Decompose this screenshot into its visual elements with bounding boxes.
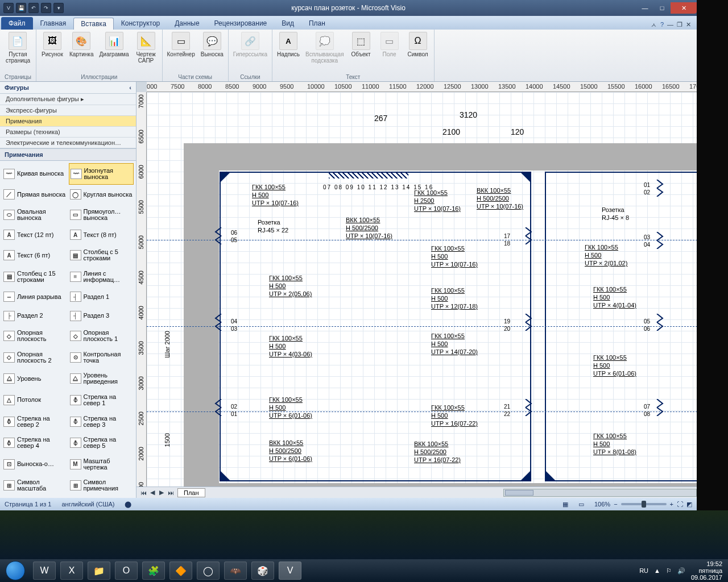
shapes-category[interactable]: Размеры (техника) (0, 127, 136, 138)
hyperlink-button[interactable]: 🔗Гиперссылка (233, 32, 267, 57)
ribbon-minimize-icon[interactable]: ㅅ (651, 21, 657, 30)
container-button[interactable]: ▭Контейнер (167, 32, 195, 57)
stencil-shape[interactable]: ≡Линия с информац… (69, 267, 134, 287)
view-presentation-icon[interactable]: ▭ (578, 501, 584, 508)
stencil-shape[interactable]: ⦽Стрелка на север 4 (2, 433, 68, 453)
stencil-shape[interactable]: △Потолок (2, 390, 68, 410)
zoom-level[interactable]: 106% (594, 501, 610, 508)
taskbar-visio-icon[interactable]: V (279, 562, 301, 580)
taskbar-app-icon[interactable]: 🦇 (224, 562, 247, 580)
horizontal-scrollbar[interactable] (503, 489, 697, 497)
chart-button[interactable]: 📊Диаграмма (100, 32, 129, 57)
redo-icon[interactable]: ↷ (41, 3, 51, 13)
taskbar-explorer-icon[interactable]: 📁 (88, 562, 110, 580)
stencil-shape[interactable]: ⊞Символ масштаба (2, 475, 68, 496)
taskbar-app-icon[interactable]: 🧩 (142, 562, 165, 580)
stencil-shape[interactable]: MMasштаб чертежа (69, 454, 134, 475)
cad-button[interactable]: 📐ЧертежСАПР (135, 32, 158, 64)
pan-zoom-icon[interactable]: ◩ (686, 501, 692, 508)
tray-volume-icon[interactable]: 🔊 (677, 567, 685, 575)
stencil-shape[interactable]: ⊙Контрольная точка (69, 347, 134, 368)
tab-data[interactable]: Данные (167, 17, 206, 30)
maximize-button[interactable]: □ (653, 2, 671, 14)
taskbar-excel-icon[interactable]: X (60, 562, 83, 580)
stencil-shape[interactable]: ⊞Символ примечания (69, 475, 134, 496)
tab-prev-icon[interactable]: ◀ (148, 489, 157, 496)
textbox-button[interactable]: AНадпись (277, 32, 300, 57)
stencil-shape[interactable]: ⦽Стрелка на север 2 (2, 411, 68, 432)
zoom-out-button[interactable]: − (614, 501, 617, 508)
stencil-shape[interactable]: ◇Опорная плоскость 2 (2, 347, 68, 368)
tab-home[interactable]: Главная (33, 17, 74, 30)
undo-icon[interactable]: ↶ (28, 3, 39, 13)
stencil-shape[interactable]: ⦽Стрелка на север 3 (69, 411, 134, 432)
stencil-shape[interactable]: 〰Кривая выноска (2, 163, 68, 185)
taskbar-word-icon[interactable]: W (33, 562, 56, 580)
stencil-shape[interactable]: ⧋Уровень приведения (69, 369, 134, 389)
zoom-in-button[interactable]: + (670, 501, 673, 508)
stencil-shape[interactable]: ／Прямая выноска (2, 186, 68, 204)
minimize-button[interactable]: — (636, 2, 653, 14)
stencil-shape[interactable]: AТекст (12 пт) (2, 226, 68, 244)
stencil-shape[interactable]: ⬭Овальная выноска (2, 205, 68, 225)
start-button[interactable] (0, 559, 31, 582)
tray-clock[interactable]: 19:52 пятница 09.06.2017 (691, 560, 722, 581)
doc-restore-icon[interactable]: ❐ (677, 21, 682, 30)
help-icon[interactable]: ? (660, 21, 664, 30)
shapes-category[interactable]: Примечания (0, 116, 136, 127)
shapes-category[interactable]: Дополнительные фигуры ▸ (0, 94, 136, 105)
field-button[interactable]: ▭Поле (378, 32, 401, 57)
screentip-button[interactable]: 💭Всплывающаяподсказка (305, 32, 344, 64)
stencil-shape[interactable]: ⦽Стрелка на север 5 (69, 433, 134, 453)
taskbar-chrome-icon[interactable]: ◯ (197, 562, 220, 580)
tab-plan[interactable]: План (301, 17, 333, 30)
taskbar-app-icon[interactable]: 🔶 (169, 562, 192, 580)
object-button[interactable]: ⬚Объект (350, 32, 373, 57)
tray-network-icon[interactable]: ⚐ (666, 567, 672, 575)
clipart-button[interactable]: 🎨Картинка (69, 32, 94, 57)
stencil-shape[interactable]: ◯Круглая выноска (69, 186, 134, 204)
stencil-shape[interactable]: ┤Раздел 3 (69, 307, 134, 325)
tab-next-icon[interactable]: ▶ (157, 489, 166, 496)
stencil-shape[interactable]: ⎼Линия разрыва (2, 288, 68, 306)
view-normal-icon[interactable]: ▦ (562, 501, 568, 508)
shapes-category[interactable]: Электрические и телекоммуникацион… (0, 138, 136, 148)
stencil-shape[interactable]: ▤Столбец с 15 строками (2, 267, 68, 287)
taskbar-app-icon[interactable]: 🎲 (251, 562, 274, 580)
tray-flag-icon[interactable]: ▲ (654, 567, 660, 574)
tab-insert[interactable]: Вставка (73, 18, 114, 30)
tab-file[interactable]: Файл (1, 17, 33, 30)
stencil-shape[interactable]: ▤Столбец с 5 строками (69, 245, 134, 265)
tab-review[interactable]: Рецензирование (207, 17, 275, 30)
stencil-shape[interactable]: ⧋Уровень (2, 369, 68, 389)
shapes-pane-chevron-icon[interactable]: ‹ (129, 84, 131, 91)
callout-button[interactable]: 💬Выноска (201, 32, 224, 57)
zoom-slider[interactable] (621, 503, 667, 505)
stencil-shape[interactable]: ┤Раздел 1 (69, 288, 134, 306)
fit-page-icon[interactable]: ⛶ (677, 501, 683, 508)
stencil-shape[interactable]: ▭Прямоугол… выноска (69, 205, 134, 225)
tab-view[interactable]: Вид (274, 17, 301, 30)
tab-last-icon[interactable]: ⏭ (166, 489, 175, 496)
blank-page-button[interactable]: 📄Пустаястраница (6, 32, 30, 64)
stencil-shape[interactable]: ◇Опорная плоскость 1 (69, 326, 134, 347)
stencil-shape[interactable]: AТекст (6 пт) (2, 245, 68, 265)
doc-minimize-icon[interactable]: — (667, 21, 673, 30)
save-icon[interactable]: 💾 (16, 3, 26, 13)
tray-lang[interactable]: RU (639, 567, 648, 574)
close-button[interactable]: ✕ (671, 2, 697, 14)
symbol-button[interactable]: ΩСимвол (407, 32, 429, 57)
qat-customize-icon[interactable]: ▾ (53, 3, 64, 13)
stencil-shape[interactable]: ├Раздел 2 (2, 307, 68, 325)
stencil-shape[interactable]: ◇Опорная плоскость (2, 326, 68, 347)
stencil-shape[interactable]: AТекст (8 пт) (69, 226, 134, 244)
drawing-canvas[interactable]: 267 3120 2100 120 (147, 92, 697, 487)
stencil-shape[interactable]: ⊡Выноска-о… (2, 454, 68, 475)
stencil-shape[interactable]: 〰Изогнутая выноска (69, 163, 134, 185)
shapes-category[interactable]: Экспресс-фигуры (0, 105, 136, 116)
macro-record-icon[interactable]: ⬤ (125, 501, 131, 508)
tab-first-icon[interactable]: ⏮ (139, 489, 148, 496)
taskbar-opera-icon[interactable]: O (115, 562, 138, 580)
tab-design[interactable]: Конструктор (114, 17, 167, 30)
picture-button[interactable]: 🖼Рисунок (41, 32, 64, 57)
